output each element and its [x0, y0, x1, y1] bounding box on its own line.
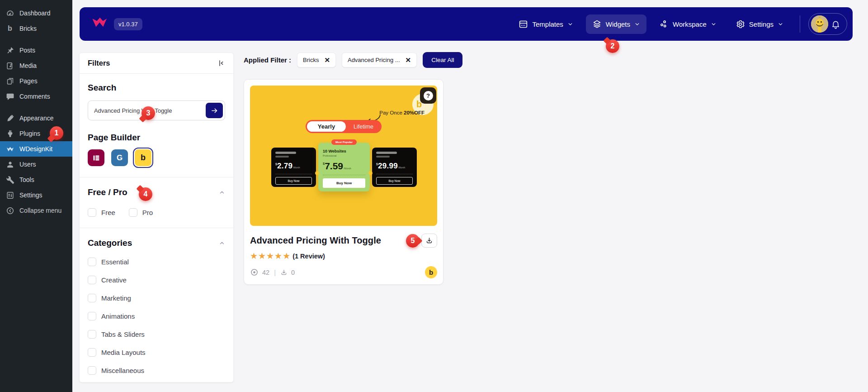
category-media-layouts[interactable]: Media Layouts — [88, 343, 225, 361]
search-input[interactable] — [88, 101, 225, 120]
nav-workspace-label: Workspace — [673, 20, 707, 28]
nav-settings[interactable]: Settings — [729, 14, 790, 34]
builder-bricks-selected[interactable]: b — [135, 149, 151, 166]
category-checkbox[interactable] — [88, 258, 96, 266]
step-badge-1: 1 — [50, 126, 63, 140]
category-label: Creative — [101, 276, 127, 284]
plug-icon — [5, 129, 14, 138]
promo-bold: 20%OFF — [404, 110, 425, 115]
pro-option[interactable]: Pro — [129, 208, 153, 217]
categories-heading-label: Categories — [88, 238, 132, 248]
sidebar-item-settings[interactable]: Settings — [0, 187, 72, 203]
most-popular-tag: Most Popular — [331, 139, 357, 145]
elementor-icon — [91, 153, 101, 163]
sidebar-item-label: Media — [19, 62, 37, 69]
price: 7.59 — [325, 161, 343, 172]
price: 29.99 — [378, 162, 398, 171]
filters-panel: Filters Search 3 Page Builder G b 4 Free… — [79, 53, 234, 382]
category-checkbox[interactable] — [88, 348, 96, 357]
category-checkbox[interactable] — [88, 276, 96, 284]
close-icon[interactable]: ✕ — [406, 57, 411, 63]
category-checkbox[interactable] — [88, 366, 96, 375]
plan-tier: Professional — [323, 154, 365, 157]
arrow-right-icon — [211, 107, 218, 115]
placeholder-bar — [376, 156, 390, 158]
downloads-count: 0 — [291, 269, 295, 276]
builder-elementor[interactable] — [88, 149, 104, 166]
period: /Month — [293, 166, 300, 169]
step-badge-3: 3 — [142, 106, 155, 120]
sidebar-item-appearance[interactable]: Appearance — [0, 110, 72, 126]
category-label: Marketing — [101, 294, 131, 302]
collapse-panel-icon[interactable] — [217, 59, 225, 67]
wp-admin-sidebar: Dashboard b Bricks Posts Media Pages Com… — [0, 0, 72, 392]
clear-all-button[interactable]: Clear All — [423, 52, 462, 68]
promo-regular: Pay Once — [379, 110, 404, 115]
filter-chip-bricks[interactable]: Bricks ✕ — [297, 53, 336, 67]
sidebar-item-users[interactable]: Users — [0, 157, 72, 172]
sidebar-item-bricks[interactable]: b Bricks — [0, 21, 72, 36]
sidebar-collapse-menu[interactable]: Collapse menu — [0, 203, 72, 218]
category-miscellaneous[interactable]: Miscellaneous — [88, 361, 225, 379]
chevron-up-icon[interactable] — [219, 240, 225, 246]
sidebar-item-label: Plugins — [19, 130, 40, 137]
free-checkbox[interactable] — [88, 208, 96, 217]
sidebar-item-label: Collapse menu — [19, 207, 61, 214]
category-creative[interactable]: Creative — [88, 271, 225, 289]
comment-icon — [5, 92, 14, 101]
nav-templates-label: Templates — [532, 20, 563, 28]
chevron-up-icon[interactable] — [219, 189, 225, 196]
search-submit-button[interactable] — [206, 103, 223, 118]
nav-settings-label: Settings — [749, 20, 774, 28]
sidebar-item-wdesignkit[interactable]: WDesignKit — [0, 141, 72, 157]
builder-gutenberg[interactable]: G — [111, 149, 128, 166]
category-label: Media Layouts — [101, 349, 146, 356]
sidebar-item-tools[interactable]: Tools — [0, 172, 72, 187]
category-essential[interactable]: Essential — [88, 253, 225, 271]
category-animations[interactable]: Animations — [88, 307, 225, 325]
sidebar-item-label: WDesignKit — [19, 145, 52, 153]
plan-card-right: $29.99/Month Buy Now — [372, 148, 417, 187]
plugin-top-navbar: v1.0.37 Templates Widgets 2 Workspace Se… — [80, 7, 853, 41]
filters-header: Filters — [80, 53, 233, 74]
nav-templates[interactable]: Templates — [512, 14, 579, 34]
filter-chip-search[interactable]: Advanced Pricing ... ✕ — [342, 53, 417, 67]
ticket-notch — [368, 171, 373, 175]
bricks-icon: b — [5, 24, 14, 33]
stats-row: 42 | 0 b — [250, 266, 437, 278]
dotted-divider — [323, 175, 365, 175]
sidebar-separator — [0, 36, 72, 43]
category-checkbox[interactable] — [88, 294, 96, 302]
media-icon — [5, 61, 14, 70]
placeholder-bar — [275, 156, 289, 158]
chip-label: Bricks — [303, 57, 319, 63]
free-option[interactable]: Free — [88, 208, 115, 217]
sidebar-item-dashboard[interactable]: Dashboard — [0, 5, 72, 21]
avatar[interactable] — [811, 15, 828, 33]
category-marketing[interactable]: Marketing — [88, 289, 225, 307]
sidebar-item-label: Settings — [19, 191, 42, 199]
category-checkbox[interactable] — [88, 330, 96, 339]
sidebar-item-posts[interactable]: Posts — [0, 43, 72, 58]
period: /Month — [344, 167, 351, 170]
widget-preview-image[interactable]: b ? Pay Once 20%OFF Yearly Lifetime $2.7… — [250, 86, 437, 226]
nav-widgets[interactable]: Widgets 2 — [586, 14, 646, 34]
sidebar-item-pages[interactable]: Pages — [0, 73, 72, 89]
nav-workspace[interactable]: Workspace — [653, 14, 723, 34]
pro-checkbox[interactable] — [129, 208, 137, 217]
toggle-yearly: Yearly — [307, 121, 346, 132]
category-tabs-sliders[interactable]: Tabs & Sliders — [88, 325, 225, 343]
free-pro-heading: Free / Pro — [88, 187, 225, 197]
category-checkbox[interactable] — [88, 312, 96, 320]
dotted-divider — [275, 174, 312, 174]
close-icon[interactable]: ✕ — [324, 57, 330, 63]
sidebar-item-comments[interactable]: Comments — [0, 89, 72, 104]
widget-title: Advanced Pricing With Toggle — [250, 235, 381, 246]
sidebar-item-label: Appearance — [19, 115, 54, 122]
sidebar-item-media[interactable]: Media — [0, 58, 72, 73]
page-builder-options: G b — [88, 149, 225, 166]
dotted-divider — [376, 174, 413, 174]
bell-icon[interactable] — [831, 19, 840, 29]
workspace-dots-icon — [659, 19, 669, 29]
download-widget-button[interactable] — [421, 234, 437, 248]
